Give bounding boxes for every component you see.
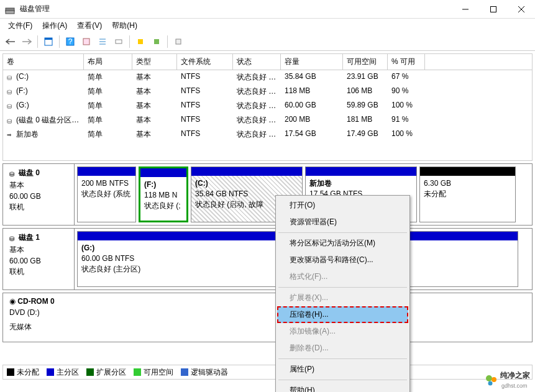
cell-layout: 简单 (84, 85, 132, 98)
legend-unalloc: 未分配 (17, 367, 39, 378)
watermark-url: gdhst.com (501, 383, 528, 389)
cell-free: 59.89 GB (343, 99, 388, 112)
cell-pct: 91 % (388, 114, 425, 127)
ctx-properties[interactable]: 属性(P) (277, 361, 408, 378)
th-filesystem[interactable]: 文件系统 (177, 54, 233, 70)
ctx-format: 格式化(F)... (277, 268, 408, 285)
cell-type: 基本 (132, 114, 177, 127)
th-free[interactable]: 可用空间 (343, 54, 388, 70)
settings-button[interactable] (111, 34, 126, 49)
th-capacity[interactable]: 容量 (281, 54, 343, 70)
menu-file[interactable]: 文件(F) (3, 19, 37, 33)
partition[interactable]: (F:)118 MB N状态良好 (; (139, 166, 188, 222)
svg-rect-17 (176, 39, 181, 44)
action2-button[interactable] (149, 34, 164, 49)
partition-body: 200 MB NTFS状态良好 (系统 (78, 176, 135, 222)
th-type[interactable]: 类型 (132, 54, 177, 70)
ctx-mark-active[interactable]: 将分区标记为活动分区(M) (277, 235, 408, 252)
cell-free: 17.49 GB (343, 128, 388, 141)
disk-icon (7, 73, 14, 81)
table-row[interactable]: (F:)简单基本NTFS状态良好 (...118 MB106 MB90 % (3, 84, 532, 99)
cell-fs: NTFS (177, 85, 233, 98)
th-volume[interactable]: 卷 (3, 54, 84, 70)
disk-icon (7, 88, 14, 95)
table-body: (C:)简单基本NTFS状态良好 (...35.84 GB23.91 GB67 … (3, 70, 532, 142)
cell-status: 状态良好 (... (233, 85, 281, 98)
cell-fs: NTFS (177, 99, 233, 112)
th-layout[interactable]: 布局 (84, 54, 132, 70)
menu-view[interactable]: 查看(V) (72, 19, 107, 33)
ctx-shrink[interactable]: 压缩卷(H)... (277, 306, 408, 323)
partition[interactable]: 200 MB NTFS状态良好 (系统 (77, 166, 136, 222)
disk-icon (7, 117, 14, 124)
ctx-delete: 删除卷(D)... (277, 340, 408, 357)
cell-pct: 67 % (388, 71, 425, 84)
partition-body: 6.30 GB未分配 (420, 176, 515, 222)
disk-icon (7, 102, 14, 109)
svg-rect-15 (138, 39, 143, 44)
cell-type: 基本 (132, 99, 177, 112)
th-status[interactable]: 状态 (233, 54, 281, 70)
view-button[interactable] (41, 34, 56, 49)
menu-help[interactable]: 帮助(H) (107, 19, 142, 33)
partition[interactable]: 6.30 GB未分配 (419, 166, 516, 222)
minimize-button[interactable] (451, 0, 479, 19)
menu-action[interactable]: 操作(A) (37, 19, 72, 33)
legend-primary-icon (47, 368, 54, 376)
cell-fs: NTFS (177, 71, 233, 84)
disk-label[interactable]: 磁盘 0基本60.00 GB联机 (3, 164, 75, 225)
cell-vol: (C:) (3, 71, 84, 84)
toolbar: ? (0, 32, 535, 51)
help-button[interactable]: ? (63, 34, 78, 49)
watermark: 纯净之家gdhst.com (484, 370, 530, 390)
legend-logical-icon (181, 368, 188, 376)
th-pct[interactable]: % 可用 (388, 54, 425, 70)
partition-body: (F:)118 MB N状态良好 (; (140, 177, 186, 221)
cdrom-nomedia: 无媒体 (9, 322, 68, 332)
cell-layout: 简单 (84, 114, 132, 127)
ctx-help[interactable]: 帮助(H) (277, 382, 408, 392)
ctx-explorer[interactable]: 资源管理器(E) (277, 214, 408, 230)
ctx-change-letter[interactable]: 更改驱动器号和路径(C)... (277, 252, 408, 268)
disk-row: 磁盘 1基本60.00 GB联机(G:)60.00 GB NTFS状态良好 (主… (2, 228, 533, 290)
table-row[interactable]: 新加卷简单基本NTFS状态良好 (...17.54 GB17.49 GB100 … (3, 127, 532, 142)
maximize-button[interactable] (479, 0, 507, 19)
disk-label[interactable]: 磁盘 1基本60.00 GB联机 (3, 229, 75, 289)
cell-status: 状态良好 (... (233, 128, 281, 141)
partition-header (191, 167, 302, 176)
forward-button[interactable] (19, 34, 34, 49)
cell-pct: 100 % (388, 128, 425, 141)
action3-button[interactable] (171, 34, 186, 49)
cell-cap: 60.00 GB (281, 99, 343, 112)
properties-button[interactable] (79, 34, 94, 49)
cdrom-row[interactable]: ◉ CD-ROM 0 DVD (D:) 无媒体 (2, 293, 533, 342)
cell-cap: 118 MB (281, 85, 343, 98)
cell-free: 181 MB (343, 114, 388, 127)
table-row[interactable]: (G:)简单基本NTFS状态良好 (...60.00 GB59.89 GB100… (3, 99, 532, 113)
ctx-open[interactable]: 打开(O) (277, 197, 408, 214)
list-button[interactable] (95, 34, 110, 49)
table-row[interactable]: (C:)简单基本NTFS状态良好 (...35.84 GB23.91 GB67 … (3, 70, 532, 84)
cell-status: 状态良好 (... (233, 71, 281, 84)
cell-vol: (G:) (3, 99, 84, 112)
cell-pct: 90 % (388, 85, 425, 98)
disk-icon (9, 234, 17, 242)
disk-row: 磁盘 0基本60.00 GB联机200 MB NTFS状态良好 (系统(F:)1… (2, 163, 533, 226)
watermark-logo (484, 373, 498, 387)
table-row[interactable]: (磁盘 0 磁盘分区 1)简单基本NTFS状态良好 (...200 MB181 … (3, 113, 532, 127)
action1-button[interactable] (133, 34, 148, 49)
title-bar: 磁盘管理 (0, 0, 535, 19)
svg-rect-16 (154, 39, 159, 44)
volume-table: 卷 布局 类型 文件系统 状态 容量 可用空间 % 可用 (C:)简单基本NTF… (2, 53, 533, 161)
legend-free-icon (134, 368, 141, 376)
menu-bar: 文件(F) 操作(A) 查看(V) 帮助(H) (0, 19, 535, 32)
cell-fs: NTFS (177, 114, 233, 127)
legend-logical: 逻辑驱动器 (191, 367, 228, 378)
back-button[interactable] (3, 34, 18, 49)
disk-icon (9, 170, 17, 177)
legend-extended-icon (86, 368, 94, 376)
close-button[interactable] (507, 0, 535, 19)
arrow-icon (7, 130, 14, 139)
partition-header (78, 167, 135, 176)
cell-fs: NTFS (177, 128, 233, 141)
